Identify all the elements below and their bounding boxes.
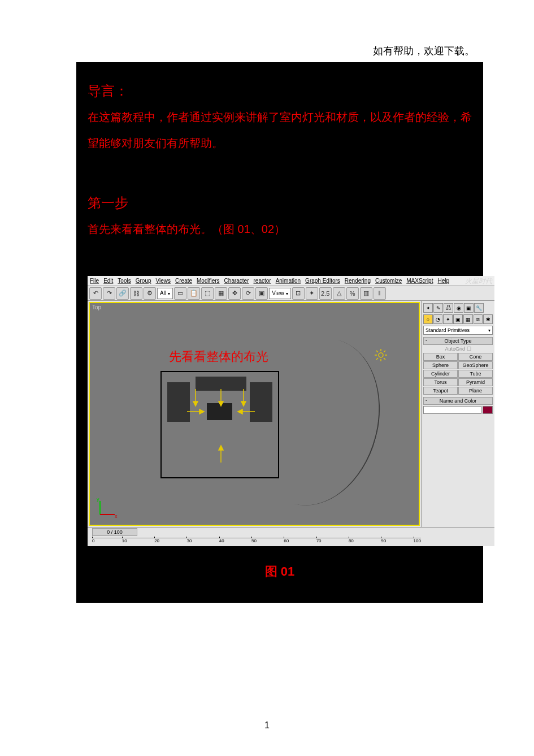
- pyramid-button[interactable]: Pyramid: [458, 378, 493, 386]
- step1-body: 首先来看看整体的布光。（图 01、02）: [88, 216, 472, 242]
- tick: 0: [92, 538, 94, 546]
- tick: 100: [414, 538, 421, 546]
- svg-marker-15: [241, 401, 246, 406]
- snap-icon[interactable]: 2.5: [319, 287, 332, 300]
- motion-tab-icon[interactable]: ◉: [454, 303, 463, 313]
- create-tab-icon[interactable]: ✦: [423, 303, 433, 313]
- menu-create[interactable]: Create: [175, 278, 192, 284]
- angle-snap-icon[interactable]: △: [333, 287, 345, 300]
- object-type-header[interactable]: -Object Type: [423, 337, 493, 345]
- sun-icon: [374, 348, 388, 362]
- help-text: 如有帮助，欢迎下载。: [373, 44, 475, 58]
- window-crossing-icon[interactable]: ▦: [215, 287, 227, 300]
- svg-marker-11: [193, 401, 198, 406]
- light-arrows: [162, 372, 280, 479]
- primitives-dropdown[interactable]: Standard Primitives: [423, 326, 493, 335]
- svg-line-5: [376, 351, 378, 352]
- menu-animation[interactable]: Animation: [276, 278, 301, 284]
- viewport-label: Top: [92, 304, 101, 310]
- select-rect-icon[interactable]: ⬚: [201, 287, 214, 300]
- svg-marker-13: [219, 401, 223, 406]
- ref-coord-dropdown[interactable]: View: [269, 288, 291, 299]
- rotate-icon[interactable]: ⟳: [242, 287, 254, 300]
- timeline: 0 / 100 0 10 20 30 40 50 60 70 80 90 100: [88, 527, 494, 546]
- panel-tabs-row1: ✦ ✎ 品 ◉ ▣ 🔧: [423, 303, 493, 313]
- color-swatch[interactable]: [483, 406, 493, 414]
- shapes-tab-icon[interactable]: ◔: [433, 314, 443, 324]
- menu-rendering[interactable]: Rendering: [345, 278, 371, 284]
- geosphere-button[interactable]: GeoSphere: [458, 361, 493, 369]
- menu-help[interactable]: Help: [437, 278, 449, 284]
- intro-body: 在这篇教程中，作者通过实例来讲解了室内灯光和材质，以及作者的经验，希望能够对朋友…: [88, 104, 472, 156]
- menu-tools[interactable]: Tools: [118, 278, 131, 284]
- tick: 70: [316, 538, 322, 546]
- tick: 50: [251, 538, 257, 546]
- tube-button[interactable]: Tube: [458, 370, 493, 378]
- torus-button[interactable]: Torus: [423, 378, 458, 386]
- name-input[interactable]: [423, 406, 481, 414]
- menu-reactor[interactable]: reactor: [254, 278, 271, 284]
- selection-filter-dropdown[interactable]: All: [157, 288, 173, 299]
- select-icon[interactable]: ▭: [174, 287, 186, 300]
- percent-snap-icon[interactable]: %: [346, 287, 359, 300]
- display-tab-icon[interactable]: ▣: [464, 303, 474, 313]
- svg-marker-17: [199, 409, 204, 414]
- watermark: 火星时代: [465, 277, 492, 286]
- select-name-icon[interactable]: 📋: [188, 287, 200, 300]
- redo-icon[interactable]: ↷: [103, 287, 115, 300]
- undo-icon[interactable]: ↶: [89, 287, 102, 300]
- spacewarps-tab-icon[interactable]: ≋: [474, 314, 483, 324]
- tick: 90: [381, 538, 386, 546]
- room-outline: [160, 371, 279, 478]
- mirror-icon[interactable]: ▥: [360, 287, 372, 300]
- sphere-button[interactable]: Sphere: [423, 361, 458, 369]
- time-slider[interactable]: 0 / 100: [92, 528, 137, 536]
- svg-point-0: [379, 353, 383, 357]
- svg-line-6: [384, 358, 385, 360]
- move-icon[interactable]: ✥: [228, 287, 241, 300]
- menubar: File Edit Tools Group Views Create Modif…: [88, 276, 494, 286]
- tick: 30: [186, 538, 192, 546]
- bind-icon[interactable]: ⚙: [144, 287, 156, 300]
- svg-text:y: y: [97, 496, 99, 502]
- app-screenshot: File Edit Tools Group Views Create Modif…: [88, 276, 494, 546]
- geometry-tab-icon[interactable]: ○: [423, 314, 433, 324]
- cylinder-button[interactable]: Cylinder: [423, 370, 458, 378]
- menu-customize[interactable]: Customize: [375, 278, 402, 284]
- align-icon[interactable]: ⫴: [374, 287, 386, 300]
- unlink-icon[interactable]: ⛓: [130, 287, 142, 300]
- scale-icon[interactable]: ▣: [255, 287, 268, 300]
- menu-edit[interactable]: Edit: [103, 278, 113, 284]
- tick: 60: [284, 538, 289, 546]
- teapot-button[interactable]: Teapot: [423, 387, 458, 395]
- step1-label: 第一步: [88, 190, 472, 216]
- viewport[interactable]: Top 先看看整体的布光: [89, 302, 420, 526]
- menu-character[interactable]: Character: [224, 278, 249, 284]
- name-color-header[interactable]: -Name and Color: [423, 397, 493, 405]
- cone-button[interactable]: Cone: [458, 353, 493, 361]
- systems-tab-icon[interactable]: ✱: [483, 314, 493, 324]
- modify-tab-icon[interactable]: ✎: [433, 303, 443, 313]
- plane-button[interactable]: Plane: [458, 387, 493, 395]
- menu-group[interactable]: Group: [136, 278, 151, 284]
- lights-tab-icon[interactable]: ✦: [443, 314, 453, 324]
- menu-file[interactable]: File: [90, 278, 99, 284]
- box-button[interactable]: Box: [423, 353, 458, 361]
- menu-maxscript[interactable]: MAXScript: [406, 278, 433, 284]
- tick: 10: [122, 538, 127, 546]
- cameras-tab-icon[interactable]: ▣: [453, 314, 463, 324]
- menu-modifiers[interactable]: Modifiers: [197, 278, 220, 284]
- autogrid-checkbox[interactable]: AutoGrid ☐: [423, 345, 493, 353]
- menu-grapheditors[interactable]: Graph Editors: [305, 278, 340, 284]
- link-icon[interactable]: 🔗: [116, 287, 129, 300]
- time-ruler[interactable]: 0 10 20 30 40 50 60 70 80 90 100: [92, 538, 421, 546]
- menu-views[interactable]: Views: [156, 278, 171, 284]
- hierarchy-tab-icon[interactable]: 品: [444, 303, 453, 313]
- manipulate-icon[interactable]: ✦: [306, 287, 318, 300]
- utilities-tab-icon[interactable]: 🔧: [474, 303, 484, 313]
- tick: 80: [349, 538, 354, 546]
- svg-text:x: x: [115, 513, 118, 519]
- pivot-icon[interactable]: ⊡: [292, 287, 305, 300]
- helpers-tab-icon[interactable]: ▦: [463, 314, 473, 324]
- panel-tabs-row2: ○ ◔ ✦ ▣ ▦ ≋ ✱: [423, 314, 493, 324]
